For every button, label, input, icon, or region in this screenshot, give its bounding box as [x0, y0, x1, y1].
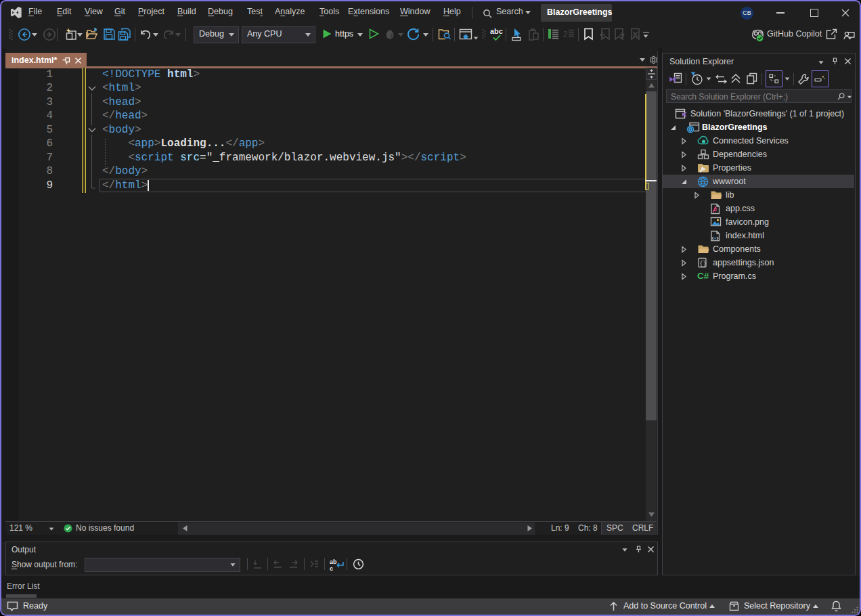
svg-text:2: 2: [563, 30, 567, 38]
svg-text:C#: C#: [697, 271, 709, 281]
svg-text:{}: {}: [699, 261, 707, 267]
